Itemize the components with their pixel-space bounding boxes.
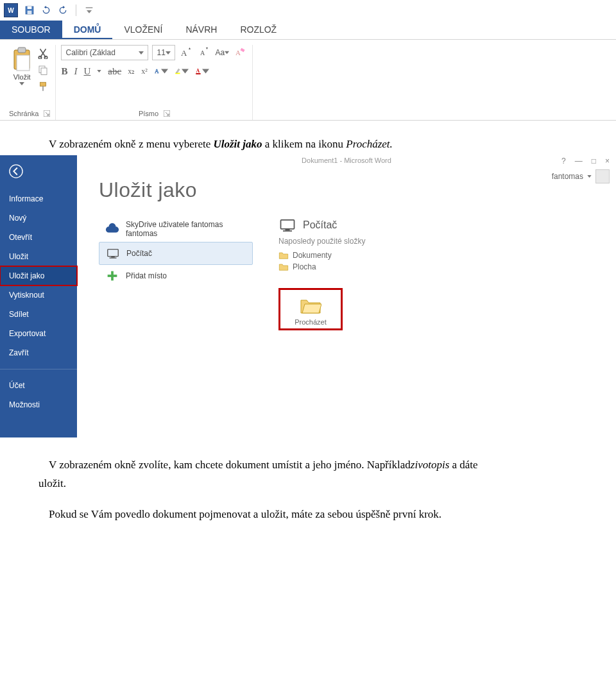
superscript-button[interactable]: x²	[141, 67, 148, 76]
group-clipboard: Vložit Schránka	[4, 45, 56, 120]
tab-file[interactable]: SOUBOR	[0, 21, 62, 39]
backstage-sidebar: Informace Nový Otevřít Uložit Uložit jak…	[0, 155, 77, 437]
location-add-place[interactable]: Přidat místo	[99, 265, 253, 287]
folder-icon	[278, 251, 289, 260]
svg-marker-10	[19, 82, 24, 85]
sidebar-item-save[interactable]: Uložit	[0, 247, 77, 266]
svg-marker-18	[139, 51, 144, 55]
minimize-icon[interactable]: —	[575, 157, 583, 166]
shrink-font-icon[interactable]: A	[197, 46, 211, 60]
backstage-main: Dokument1 - Microsoft Word ? — □ × fanto…	[77, 155, 616, 437]
undo-icon[interactable]	[41, 5, 51, 15]
dialog-launcher-icon[interactable]	[164, 110, 170, 117]
text-effects-icon[interactable]: A	[154, 64, 168, 78]
svg-rect-15	[40, 82, 46, 86]
subscript-button[interactable]: x₂	[128, 67, 135, 76]
clear-formatting-icon[interactable]: A	[233, 46, 247, 60]
sidebar-item-share[interactable]: Sdílet	[0, 305, 77, 324]
restore-icon[interactable]: □	[592, 157, 596, 166]
svg-text:A: A	[181, 48, 187, 58]
help-icon[interactable]: ?	[561, 157, 566, 166]
recent-folders-label: Naposledy použité složky	[278, 237, 365, 246]
quick-access-toolbar: W	[0, 0, 616, 21]
underline-button[interactable]: U	[84, 66, 91, 77]
svg-marker-31	[182, 69, 189, 74]
save-icon[interactable]	[24, 5, 35, 15]
sidebar-item-print[interactable]: Vytisknout	[0, 285, 77, 305]
back-button[interactable]	[0, 160, 77, 189]
svg-marker-4	[63, 6, 65, 8]
recent-folder-desktop[interactable]: Plocha	[278, 261, 365, 273]
sidebar-item-info[interactable]: Informace	[0, 189, 77, 208]
svg-rect-44	[286, 228, 290, 230]
chevron-down-icon[interactable]	[97, 70, 101, 72]
user-badge[interactable]: fantomas	[552, 169, 610, 183]
location-detail-column: Počítač Naposledy použité složky Dokumen…	[278, 216, 365, 330]
word-app-icon: W	[4, 3, 18, 17]
cut-icon[interactable]	[37, 47, 49, 59]
instruction-paragraph-2: V zobrazeném okně zvolíte, kam chcete do…	[49, 457, 578, 473]
sidebar-item-account[interactable]: Účet	[0, 376, 77, 395]
chevron-down-icon	[225, 47, 229, 58]
svg-rect-1	[28, 6, 32, 9]
sidebar-item-options[interactable]: Možnosti	[0, 395, 77, 414]
svg-rect-26	[241, 48, 245, 52]
sidebar-item-export[interactable]: Exportovat	[0, 324, 77, 343]
svg-rect-5	[86, 7, 93, 8]
folder-icon	[278, 262, 289, 271]
dialog-launcher-icon[interactable]	[44, 110, 50, 117]
sidebar-item-close[interactable]: Zavřít	[0, 343, 77, 362]
svg-marker-24	[225, 51, 229, 55]
paste-label: Vložit	[13, 73, 31, 81]
svg-rect-38	[108, 249, 119, 256]
instruction-paragraph-3: Pokud se Vám povedlo dokument pojmenovat…	[49, 506, 578, 523]
svg-marker-23	[206, 47, 208, 49]
grow-font-icon[interactable]: A	[179, 46, 193, 60]
svg-text:A: A	[196, 68, 200, 74]
recent-folder-documents[interactable]: Dokumenty	[278, 250, 365, 261]
svg-rect-39	[111, 256, 115, 257]
format-painter-icon[interactable]	[37, 81, 49, 92]
tab-insert[interactable]: VLOŽENÍ	[112, 21, 174, 39]
svg-marker-34	[202, 69, 209, 74]
qat-customize-icon[interactable]	[84, 5, 94, 15]
location-skydrive[interactable]: SkyDrive uživatele fantomasfantomas	[99, 216, 253, 242]
chevron-down-icon	[202, 65, 209, 77]
tab-layout[interactable]: ROZLOŽ	[228, 21, 288, 39]
chevron-down-icon	[161, 65, 168, 77]
tab-design[interactable]: NÁVRH	[174, 21, 228, 39]
svg-rect-14	[41, 68, 47, 75]
location-computer[interactable]: Počítač	[99, 242, 253, 265]
font-family-combo[interactable]: Calibri (Základ	[61, 45, 148, 60]
group-font: Calibri (Základ 11 A A Aa A B I U abc x₂…	[56, 45, 253, 120]
highlight-icon[interactable]	[175, 64, 189, 78]
svg-rect-33	[196, 73, 200, 74]
svg-rect-43	[281, 219, 295, 228]
clipboard-group-label: Schránka	[9, 110, 38, 117]
strikethrough-button[interactable]: abc	[108, 66, 121, 77]
computer-icon	[106, 246, 120, 260]
clipboard-icon	[10, 46, 33, 72]
paste-button[interactable]: Vložit	[10, 46, 33, 85]
folder-open-icon	[300, 296, 321, 314]
sidebar-item-save-as[interactable]: Uložit jako	[0, 266, 77, 285]
bold-button[interactable]: B	[61, 66, 67, 77]
svg-rect-8	[18, 47, 26, 53]
tab-home[interactable]: DOMŮ	[62, 21, 113, 39]
save-locations-column: SkyDrive uživatele fantomasfantomas Počí…	[99, 216, 253, 330]
font-color-icon[interactable]: A	[195, 64, 209, 78]
backstage-screenshot: Informace Nový Otevřít Uložit Uložit jak…	[0, 155, 616, 437]
svg-rect-42	[108, 275, 117, 277]
sidebar-item-new[interactable]: Nový	[0, 208, 77, 228]
close-icon[interactable]: ×	[605, 157, 610, 166]
change-case-icon[interactable]: Aa	[215, 46, 229, 60]
word-ribbon-screenshot: W SOUBOR DOMŮ VLOŽENÍ NÁVRH ROZLOŽ Vloži	[0, 0, 616, 121]
detail-heading: Počítač	[278, 216, 365, 234]
svg-rect-9	[17, 55, 30, 71]
font-size-combo[interactable]: 11	[152, 45, 175, 60]
sidebar-item-open[interactable]: Otevřít	[0, 228, 77, 247]
italic-button[interactable]: I	[74, 66, 78, 77]
copy-icon[interactable]	[37, 64, 49, 76]
browse-button[interactable]: Procházet	[278, 288, 343, 330]
redo-icon[interactable]	[58, 5, 68, 15]
